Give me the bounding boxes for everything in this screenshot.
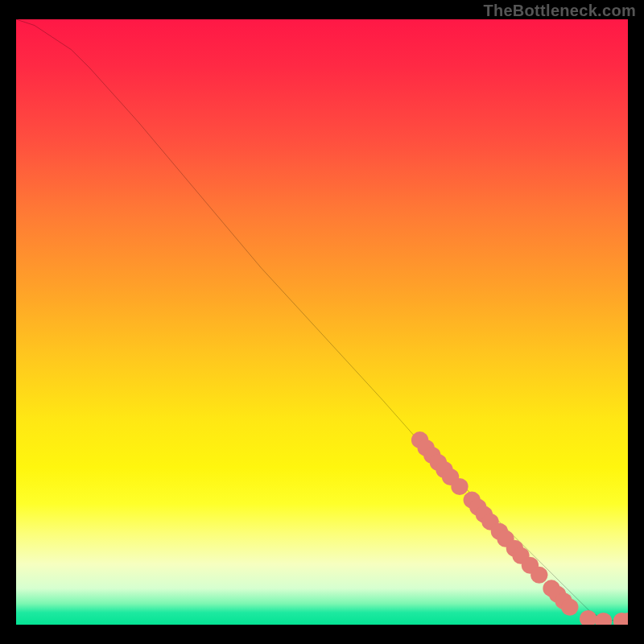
data-point xyxy=(595,613,612,625)
chart-svg xyxy=(16,19,628,625)
chart-frame: TheBottleneck.com xyxy=(0,0,644,644)
data-point xyxy=(561,599,578,616)
marker-layer xyxy=(411,431,628,625)
data-point xyxy=(451,478,468,495)
data-point xyxy=(530,567,547,584)
plot-area xyxy=(16,19,628,625)
bottleneck-curve xyxy=(16,19,628,621)
watermark-label: TheBottleneck.com xyxy=(483,2,636,20)
data-point xyxy=(580,610,597,625)
